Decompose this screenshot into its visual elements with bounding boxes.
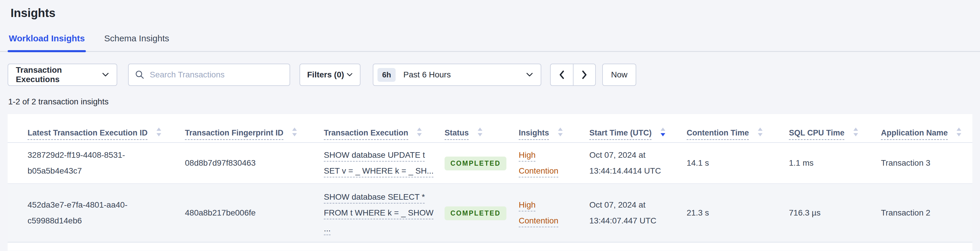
tabs: Workload Insights Schema Insights: [0, 34, 980, 52]
column-header-transaction-execution[interactable]: Transaction Execution: [324, 114, 445, 142]
sort-icon: [853, 127, 859, 137]
sort-icon: [557, 127, 563, 137]
table-row: 452da3e7-e7fa-4801-aa40-c59988d14eb6 480…: [8, 184, 972, 242]
transaction-execution-link[interactable]: SHOW database UPDATE t SET v = _ WHERE k…: [324, 147, 441, 179]
insight-type-dropdown-label: Transaction Executions: [16, 66, 102, 84]
now-button-label: Now: [611, 70, 627, 80]
previous-time-range-button[interactable]: [550, 64, 573, 85]
insight-link[interactable]: High Contention: [519, 147, 563, 179]
cell-contention-time: 14.1 s: [687, 142, 789, 184]
status-badge: COMPLETED: [445, 206, 506, 220]
sort-icon: [156, 127, 162, 137]
now-button[interactable]: Now: [602, 64, 636, 86]
sort-icon-active-desc: [660, 127, 666, 137]
sort-icon: [291, 127, 298, 137]
insight-type-dropdown[interactable]: Transaction Executions: [8, 64, 117, 86]
column-header-insights[interactable]: Insights: [519, 114, 589, 142]
search-icon: [135, 70, 145, 80]
search-input[interactable]: [149, 70, 283, 80]
chevron-down-icon: [526, 72, 533, 77]
insights-table-card: Latest Transaction Execution ID Transact…: [8, 114, 972, 251]
chevron-down-icon: [347, 73, 353, 77]
tab-label: Schema Insights: [104, 34, 169, 43]
column-header-start-time[interactable]: Start Time (UTC): [589, 114, 687, 142]
cell-insights: High Contention: [519, 142, 589, 184]
transaction-execution-link[interactable]: SHOW database SELECT * FROM t WHERE k = …: [324, 189, 441, 237]
cell-application-name: Transaction 2: [881, 184, 972, 242]
cell-start-time: Oct 07, 2024 at 13:44:14.4414 UTC: [589, 142, 687, 184]
time-range-picker[interactable]: 6h Past 6 Hours: [373, 64, 541, 86]
sort-icon: [477, 127, 483, 137]
status-badge: COMPLETED: [445, 157, 506, 170]
cell-contention-time: 21.3 s: [687, 184, 789, 242]
cell-sql-cpu-time: 1.1 ms: [789, 142, 881, 184]
filters-dropdown[interactable]: Filters (0): [299, 64, 361, 86]
caret-left-icon: [558, 70, 565, 80]
time-range-pager: [550, 64, 596, 86]
cell-start-time: Oct 07, 2024 at 13:44:07.447 UTC: [589, 184, 687, 242]
page-title: Insights: [11, 6, 980, 20]
transaction-insights-table: Latest Transaction Execution ID Transact…: [8, 114, 972, 243]
active-tab-indicator: [8, 50, 86, 52]
cell-application-name: Transaction 3: [881, 142, 972, 184]
cell-transaction-execution: SHOW database UPDATE t SET v = _ WHERE k…: [324, 142, 445, 184]
time-range-label: Past 6 Hours: [403, 70, 526, 80]
insights-page: Insights Workload Insights Schema Insigh…: [0, 6, 980, 251]
cell-sql-cpu-time: 716.3 µs: [789, 184, 881, 242]
column-header-latest-transaction-execution-id[interactable]: Latest Transaction Execution ID: [8, 114, 185, 142]
time-range-badge: 6h: [377, 68, 396, 82]
column-header-application-name[interactable]: Application Name: [881, 114, 972, 142]
column-header-sql-cpu-time[interactable]: SQL CPU Time: [789, 114, 881, 142]
cell-status: COMPLETED: [445, 142, 519, 184]
column-header-transaction-fingerprint-id[interactable]: Transaction Fingerprint ID: [185, 114, 324, 142]
sort-icon: [757, 127, 763, 137]
table-header-row: Latest Transaction Execution ID Transact…: [8, 114, 972, 142]
cell-fingerprint-id: 08d8b7d97f830463: [185, 142, 324, 184]
cell-insights: High Contention: [519, 184, 589, 242]
tab-label: Workload Insights: [9, 34, 85, 43]
column-header-status[interactable]: Status: [445, 114, 519, 142]
sort-icon: [956, 127, 962, 137]
insight-link[interactable]: High Contention: [519, 197, 563, 229]
next-time-range-button[interactable]: [573, 64, 595, 85]
filters-dropdown-label: Filters (0): [307, 70, 344, 80]
cell-transaction-execution: SHOW database SELECT * FROM t WHERE k = …: [324, 184, 445, 242]
tab-schema-insights[interactable]: Schema Insights: [104, 34, 169, 51]
caret-right-icon: [581, 70, 588, 80]
chevron-down-icon: [102, 72, 109, 77]
toolbar: Transaction Executions Filters (0) 6h Pa…: [8, 64, 980, 86]
table-row: 328729d2-ff19-4408-8531-b05a5b4e43c7 08d…: [8, 142, 972, 184]
search-box[interactable]: [128, 64, 290, 86]
cell-execution-id: 328729d2-ff19-4408-8531-b05a5b4e43c7: [8, 142, 185, 184]
column-header-contention-time[interactable]: Contention Time: [687, 114, 789, 142]
tab-workload-insights[interactable]: Workload Insights: [9, 34, 85, 51]
sort-icon: [417, 127, 422, 137]
cell-fingerprint-id: 480a8b217be006fe: [185, 184, 324, 242]
cell-status: COMPLETED: [445, 184, 519, 242]
cell-execution-id: 452da3e7-e7fa-4801-aa40-c59988d14eb6: [8, 184, 185, 242]
results-summary: 1-2 of 2 transaction insights: [8, 97, 980, 106]
